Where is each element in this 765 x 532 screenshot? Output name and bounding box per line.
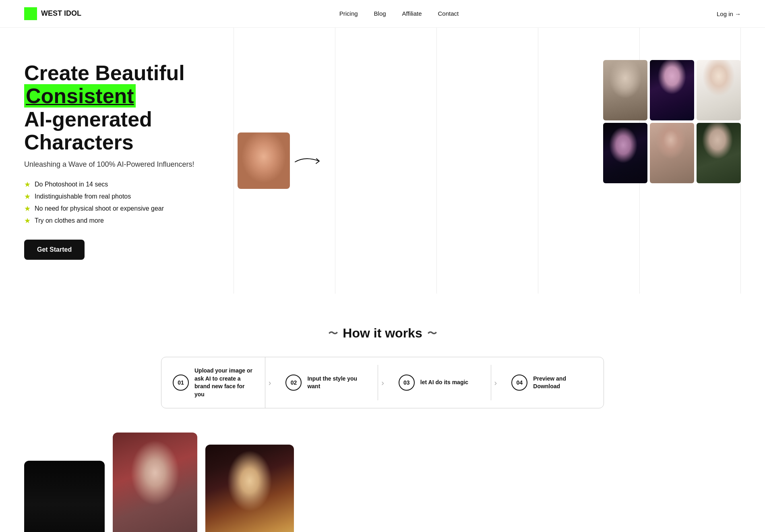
source-image [238, 132, 290, 189]
hero-title: Create Beautiful Consistent AI-generated… [24, 62, 217, 154]
gallery-img-dark [24, 461, 105, 532]
gallery-img-street [205, 445, 294, 532]
gallery-img-floral [113, 433, 197, 532]
arrow-decoration [293, 154, 341, 168]
feature-1: ★ Do Photoshoot in 14 secs [24, 180, 217, 189]
hero-images [234, 52, 741, 269]
step-text-1: Upload your image or ask AI to create a … [194, 367, 254, 398]
result-img-1 [603, 60, 647, 120]
step-text-4: Preview and Download [533, 375, 592, 391]
feature-3: ★ No need for physical shoot or expensiv… [24, 204, 217, 213]
step-arrow-1: › [265, 378, 275, 387]
hero-content: Create Beautiful Consistent AI-generated… [24, 62, 234, 260]
squiggle-left: 〜 [328, 327, 338, 340]
navbar: WEST IDOL Pricing Blog Affiliate Contact… [0, 0, 765, 28]
result-img-2 [650, 60, 694, 120]
result-img-4 [603, 123, 647, 183]
squiggle-right: 〜 [427, 327, 437, 340]
logo-icon [24, 7, 37, 20]
section-title-text: How it works [343, 326, 422, 341]
results-grid [603, 60, 741, 183]
features-list: ★ Do Photoshoot in 14 secs ★ Indistingui… [24, 180, 217, 225]
star-icon-2: ★ [24, 192, 31, 201]
title-highlight: Consistent [24, 84, 136, 108]
step-1: 01 Upload your image or ask AI to create… [161, 357, 265, 408]
steps-container: 01 Upload your image or ask AI to create… [161, 357, 604, 408]
result-img-5 [650, 123, 694, 183]
feature-2: ★ Indistinguishable from real photos [24, 192, 217, 201]
step-4: 04 Preview and Download [500, 365, 604, 400]
step-3: 03 let AI do its magic [387, 365, 491, 400]
nav-pricing[interactable]: Pricing [339, 10, 358, 17]
title-prefix: Create Beautiful [24, 61, 185, 85]
nav-contact[interactable]: Contact [438, 10, 459, 17]
star-icon-4: ★ [24, 216, 31, 225]
hero-section: Create Beautiful Consistent AI-generated… [0, 28, 765, 302]
step-2: 02 Input the style you want [274, 365, 378, 400]
nav-affiliate[interactable]: Affiliate [402, 10, 422, 17]
brand-name: WEST IDOL [41, 10, 81, 18]
grid-col-3 [436, 28, 538, 294]
logo-link[interactable]: WEST IDOL [24, 7, 81, 20]
step-text-2: Input the style you want [307, 375, 366, 391]
step-num-4: 04 [511, 375, 527, 391]
login-button[interactable]: Log in → [717, 10, 741, 17]
step-num-3: 03 [399, 375, 415, 391]
gallery-section [0, 424, 765, 532]
section-title: 〜 How it works 〜 [24, 326, 741, 341]
hero-subtitle: Unleashing a Wave of 100% AI-Powered Inf… [24, 160, 217, 169]
get-started-button[interactable]: Get Started [24, 240, 85, 260]
nav-blog[interactable]: Blog [374, 10, 386, 17]
star-icon-3: ★ [24, 204, 31, 213]
nav-links: Pricing Blog Affiliate Contact [339, 10, 459, 17]
step-arrow-2: › [378, 378, 387, 387]
how-it-works-section: 〜 How it works 〜 01 Upload your image or… [0, 302, 765, 424]
feature-4: ★ Try on clothes and more [24, 216, 217, 225]
result-img-6 [697, 123, 741, 183]
star-icon-1: ★ [24, 180, 31, 189]
grid-col-2 [335, 28, 436, 294]
result-img-3 [697, 60, 741, 120]
step-arrow-3: › [491, 378, 500, 387]
step-num-1: 01 [173, 375, 189, 391]
step-num-2: 02 [285, 375, 302, 391]
title-suffix: AI-generated Characters [24, 108, 152, 154]
step-text-3: let AI do its magic [420, 379, 468, 387]
